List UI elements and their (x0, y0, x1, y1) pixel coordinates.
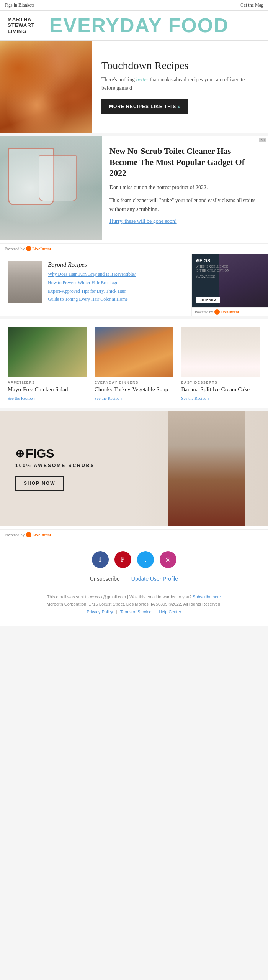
hero-description: There's nothing better than make-ahead r… (101, 76, 258, 93)
figs-full-tagline: 100% AWESOME SCRUBS (15, 463, 95, 468)
powered-by-3: Powered by LiveIntent (0, 529, 268, 540)
ad-image-measuring-cups (0, 136, 102, 240)
ad-content: New No-Scrub Toilet Cleaner Has Become T… (102, 136, 268, 240)
figs-ad-image: ⊕FIGS WHEN EXCELLENCE IS THE ONLY OPTION… (192, 254, 268, 307)
facebook-icon[interactable]: f (92, 551, 109, 568)
instagram-icon[interactable]: ◎ (160, 551, 176, 568)
privacy-policy-link[interactable]: Privacy Policy (87, 609, 113, 614)
beyond-recipes-image (8, 261, 42, 303)
list-item: Why Does Hair Turn Gray and Is It Revers… (48, 271, 136, 278)
beyond-link-3[interactable]: Expert-Approved Tips for Dry, Thick Hair (48, 288, 136, 295)
liveintent-logo-2: LiveIntent (214, 309, 240, 315)
figs-ad-small: ⊕FIGS WHEN EXCELLENCE IS THE ONLY OPTION… (191, 254, 268, 316)
recipe-card-3: EASY DESSERTS Banana-Split Ice Cream Cak… (177, 327, 264, 400)
two-col-section: Beyond Recipes Why Does Hair Turn Gray a… (0, 254, 268, 316)
figs-small-tagline: WHEN EXCELLENCE IS THE ONLY OPTION (196, 265, 229, 273)
footer-section: f P t ◎ Unsubscribe Update User Profile … (0, 540, 268, 626)
twitter-icon[interactable]: t (137, 551, 154, 568)
terms-link[interactable]: Terms of Service (120, 609, 152, 614)
beyond-recipes-content: Beyond Recipes Why Does Hair Turn Gray a… (48, 261, 136, 308)
recipe-image-3 (181, 327, 260, 377)
recipe-category-3: EASY DESSERTS (181, 380, 260, 384)
footer-links: Unsubscribe Update User Profile (8, 576, 260, 582)
top-bar-right-link[interactable]: Get the Mag (240, 2, 263, 8)
beyond-recipes-section: Beyond Recipes Why Does Hair Turn Gray a… (0, 254, 191, 316)
recipe-link-2[interactable]: See the Recipe » (95, 396, 174, 400)
figs-full-person-image (168, 411, 245, 526)
recipe-category-1: APPETIZERS (8, 380, 87, 384)
top-bar-left: Pigs in Blankets (5, 2, 34, 8)
unsubscribe-link[interactable]: Unsubscribe (90, 576, 120, 582)
figs-full-content: ⊕ FIGS 100% AWESOME SCRUBS SHOP NOW (0, 431, 110, 506)
recipe-card-1: APPETIZERS Mayo-Free Chicken Salad See t… (4, 327, 91, 400)
liveintent-logo-1: LiveIntent (26, 246, 51, 251)
ad-section-1: New No-Scrub Toilet Cleaner Has Become T… (0, 136, 268, 240)
beyond-link-1[interactable]: Why Does Hair Turn Gray and Is It Revers… (48, 271, 136, 278)
update-profile-link[interactable]: Update User Profile (131, 576, 178, 582)
hero-cta-button[interactable]: MORE RECIPES LIKE THIS » (101, 99, 188, 114)
recipe-name-3: Banana-Split Ice Cream Cake (181, 386, 260, 394)
social-icons: f P t ◎ (8, 551, 260, 568)
recipe-image-1 (8, 327, 87, 377)
powered-by-2: Powered by LiveIntent (192, 307, 268, 316)
header: MARTHA STEWART LIVING EVERYDAY FOOD (0, 11, 268, 41)
recipe-name-1: Mayo-Free Chicken Salad (8, 386, 87, 394)
recipe-image-2 (95, 327, 174, 377)
hero-content: Touchdown Recipes There's nothing better… (92, 48, 268, 126)
recipe-link-3[interactable]: See the Recipe » (181, 396, 260, 400)
figs-small-shop-button[interactable]: SHOP NOW (196, 297, 220, 303)
list-item: Guide to Toning Every Hair Color at Home (48, 296, 136, 303)
beyond-recipes-links: Why Does Hair Turn Gray and Is It Revers… (48, 271, 136, 303)
top-bar: Pigs in Blankets Get the Mag (0, 0, 268, 11)
figs-small-logo: ⊕FIGS (196, 258, 229, 264)
recipe-card-2: EVERYDAY DINNERS Chunky Turkey-Vegetable… (91, 327, 178, 400)
publication-title: EVERYDAY FOOD (49, 15, 229, 35)
figs-hashtag: #WEARFIGS (196, 275, 229, 278)
beyond-link-2[interactable]: How to Prevent Winter Hair Breakage (48, 280, 136, 286)
beyond-recipes-title: Beyond Recipes (48, 261, 136, 268)
pinterest-icon[interactable]: P (114, 551, 131, 568)
ad-badge: Ad (259, 138, 266, 142)
beyond-link-4[interactable]: Guide to Toning Every Hair Color at Home (48, 296, 136, 303)
figs-full-logo: ⊕ FIGS (15, 446, 95, 461)
list-item: Expert-Approved Tips for Dry, Thick Hair (48, 288, 136, 295)
liveintent-logo-3: LiveIntent (26, 532, 51, 537)
list-item: How to Prevent Winter Hair Breakage (48, 280, 136, 286)
figs-full-shop-button[interactable]: SHOP NOW (15, 476, 64, 491)
subscribe-link[interactable]: Subscribe here (193, 595, 221, 599)
hero-image (0, 41, 92, 133)
brand-name: MARTHA STEWART LIVING (8, 16, 42, 35)
ad-title: New No-Scrub Toilet Cleaner Has Become T… (109, 146, 260, 179)
help-link[interactable]: Help Center (159, 609, 181, 614)
footer-fine-print: This email was sent to xxxxxx@gmail.com … (8, 590, 260, 620)
ad-cta-link[interactable]: Hurry, these will be gone soon! (109, 218, 260, 224)
ad-desc-1: Don't miss out on the hottest product of… (109, 183, 260, 192)
recipe-cards-section: APPETIZERS Mayo-Free Chicken Salad See t… (0, 319, 268, 408)
ad-desc-2: This foam cleaner will "nuke" your toile… (109, 196, 260, 214)
liveintent-icon-1 (26, 246, 31, 251)
recipe-link-1[interactable]: See the Recipe » (8, 396, 87, 400)
hero-section: Touchdown Recipes There's nothing better… (0, 41, 268, 133)
hero-title: Touchdown Recipes (101, 59, 258, 72)
recipe-category-2: EVERYDAY DINNERS (95, 380, 174, 384)
figs-full-ad: ⊕ FIGS 100% AWESOME SCRUBS SHOP NOW (0, 411, 268, 526)
powered-by-1: Powered by LiveIntent (0, 243, 268, 254)
recipe-name-2: Chunky Turkey-Vegetable Soup (95, 386, 174, 394)
